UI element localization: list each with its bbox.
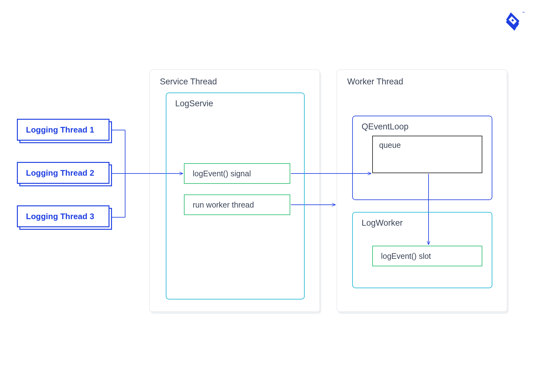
log-worker-title: LogWorker xyxy=(362,218,403,228)
run-worker-thread-box: run worker thread xyxy=(184,194,290,215)
trademark-symbol: ™ xyxy=(522,11,525,14)
log-event-signal-box: logEvent() signal xyxy=(184,163,290,184)
queue-box: queue xyxy=(372,136,482,173)
worker-thread-title: Worker Thread xyxy=(347,77,403,87)
log-event-signal-label: logEvent() signal xyxy=(193,169,251,178)
logging-thread-1-label: Logging Thread 1 xyxy=(17,119,109,141)
logging-thread-3-card: Logging Thread 3 xyxy=(17,205,109,227)
queue-label: queue xyxy=(379,141,401,150)
toptal-logo: ™ xyxy=(506,13,519,32)
logging-thread-2-label: Logging Thread 2 xyxy=(17,162,109,184)
qeventloop-title: QEventLoop xyxy=(362,122,409,132)
log-event-slot-label: logEvent() slot xyxy=(381,252,431,261)
log-service-title: LogServie xyxy=(175,99,213,108)
run-worker-thread-label: run worker thread xyxy=(193,200,254,209)
service-thread-title: Service Thread xyxy=(160,77,217,87)
logging-thread-1-card: Logging Thread 1 xyxy=(17,119,109,141)
logging-thread-2-card: Logging Thread 2 xyxy=(17,162,109,184)
logging-thread-3-label: Logging Thread 3 xyxy=(17,205,109,227)
diagram-canvas: ™ Logging Thread 1 Logging Thread 2 Logg… xyxy=(0,0,538,392)
log-event-slot-box: logEvent() slot xyxy=(372,246,482,266)
